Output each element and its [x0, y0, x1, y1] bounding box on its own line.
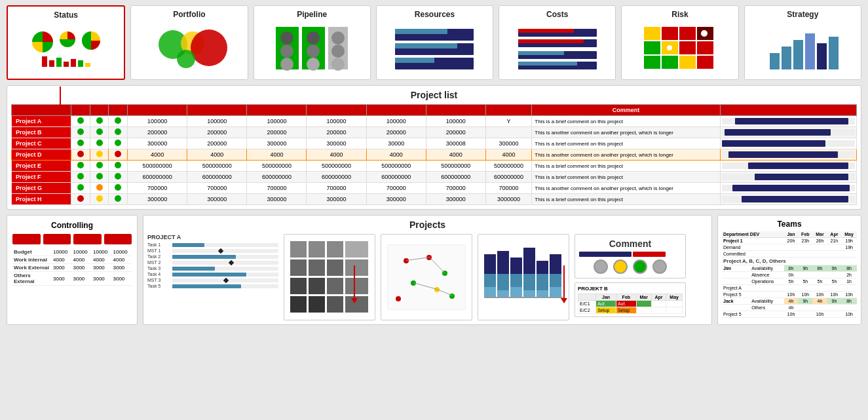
teams-row: Demand 19h: [722, 244, 857, 251]
big-dot-green: [633, 259, 647, 274]
sub-label: Availability: [750, 265, 784, 272]
ctrl-val: 10000: [52, 248, 72, 256]
svg-point-14: [307, 58, 320, 71]
sub-label: Committed: [722, 251, 784, 258]
gantt-label: Task 2: [147, 254, 170, 259]
comment-cell: This is another comment on another proje…: [532, 127, 720, 138]
svg-point-6: [177, 50, 195, 68]
comment-box: Comment: [575, 234, 686, 278]
svg-rect-35: [679, 27, 696, 40]
cell-mar: [812, 251, 827, 258]
svg-rect-50: [805, 33, 815, 69]
svg-line-69: [406, 258, 429, 261]
cell-feb: 9h: [798, 265, 812, 272]
projekt-b-card: PROJEKT B Jan Feb Mar Apr May: [575, 282, 686, 317]
scatter-area: [387, 244, 466, 310]
value-cell: 300000: [426, 194, 485, 205]
status-dot: [115, 173, 121, 180]
ctrl-val: 3000: [92, 272, 112, 286]
gantt-label: MST 1: [147, 248, 170, 253]
strategy-card[interactable]: Strategy: [744, 5, 861, 80]
pipeline-visual: [258, 22, 366, 74]
bar-red-4: [71, 59, 76, 67]
sub-empty: [750, 292, 784, 298]
status-dot: [77, 195, 84, 202]
value-cell: 100000: [247, 116, 307, 127]
svg-rect-49: [793, 40, 803, 69]
comment-cell: This is a brief comment on this project: [532, 116, 720, 127]
gantt-bar-area: [172, 249, 278, 253]
teams-row: Others 4h: [722, 305, 857, 311]
pb-label: E/C1: [578, 301, 596, 307]
th-gantt: [720, 105, 856, 116]
svg-rect-20: [395, 29, 447, 34]
svg-rect-60: [345, 259, 368, 276]
portfolio-card[interactable]: Portfolio: [130, 5, 248, 80]
gantt-cell: [720, 149, 856, 161]
svg-rect-44: [697, 56, 713, 69]
sub-label: Absence: [750, 272, 784, 278]
dot-cell: [109, 149, 128, 161]
gantt-row-task3: Task 3: [147, 266, 278, 271]
pie-chart-2: [58, 30, 77, 48]
teams-section-header: Project A, B, C, D, Others: [722, 258, 857, 265]
status-dot: [77, 173, 84, 180]
svg-rect-84: [523, 290, 535, 297]
scatter-lines: [388, 245, 465, 309]
svg-rect-24: [395, 58, 434, 63]
cell-mar: 10h: [812, 292, 827, 298]
teams-row: Project 5 10h 10h 10h: [722, 311, 857, 318]
gantt-fill: [172, 273, 246, 277]
status-visual: [12, 22, 120, 75]
cell-may: 19h: [841, 244, 857, 251]
status-dot: [115, 195, 121, 202]
ctrl-val: 3000: [112, 272, 132, 286]
value-cell: 700000: [366, 183, 426, 194]
dot-cell: [90, 138, 109, 149]
ctrl-val: 10000: [92, 248, 112, 256]
ctrl-row: Work Internal 4000 4000 4000 4000: [12, 256, 132, 264]
sub-empty: [750, 311, 784, 318]
status-dot: [115, 151, 121, 157]
sub-empty: [750, 285, 784, 292]
status-dots-row: [579, 259, 681, 274]
pb-cell: [636, 301, 651, 307]
pipeline-card[interactable]: Pipeline: [254, 5, 371, 80]
th-comment: Comment: [532, 105, 720, 116]
svg-rect-39: [679, 41, 696, 54]
gantt-bar-area: [172, 243, 278, 247]
svg-rect-43: [679, 56, 696, 69]
project-gantt-mini: PROJECT A Task 1 MST 1: [147, 234, 278, 320]
svg-line-72: [438, 290, 453, 296]
cell-may: [841, 305, 857, 311]
table-row: Project C 300000 200000 300000 300000 30…: [12, 138, 857, 149]
dot-cell: [71, 116, 90, 127]
cell-apr: 9h: [827, 265, 842, 272]
svg-point-18: [331, 58, 345, 71]
value-cell: 500000000: [485, 161, 531, 172]
risk-card[interactable]: Risk: [621, 5, 738, 80]
ctrl-label: Budget: [12, 248, 52, 256]
teams-header-row: Department DEV Jan Feb Mar Apr May: [722, 231, 857, 238]
cell-mar: 10h: [812, 311, 827, 318]
cell-mar: [812, 305, 827, 311]
status-card[interactable]: Status: [7, 5, 125, 80]
value-cell: 300000: [366, 194, 426, 205]
project-table: Comment Project A 100000 100000 100000 1…: [11, 104, 857, 205]
comment-cell: This is a brief comment on this project: [532, 194, 720, 205]
controlling-title: Controlling: [12, 221, 132, 230]
svg-rect-76: [497, 251, 509, 274]
status-dot: [77, 162, 84, 168]
gantt-fill: [172, 255, 236, 259]
resources-card[interactable]: Resources: [376, 5, 493, 80]
resources-visual: [381, 22, 489, 74]
costs-card[interactable]: Costs: [499, 5, 616, 80]
cell-jan: 4h: [784, 305, 799, 311]
cell-apr: [827, 244, 842, 251]
svg-rect-33: [644, 27, 660, 40]
svg-rect-73: [484, 254, 496, 274]
svg-rect-22: [395, 43, 457, 48]
dot-cell: [109, 161, 128, 172]
gantt-cell: [720, 194, 856, 205]
gantt-label: Task 4: [147, 272, 170, 277]
